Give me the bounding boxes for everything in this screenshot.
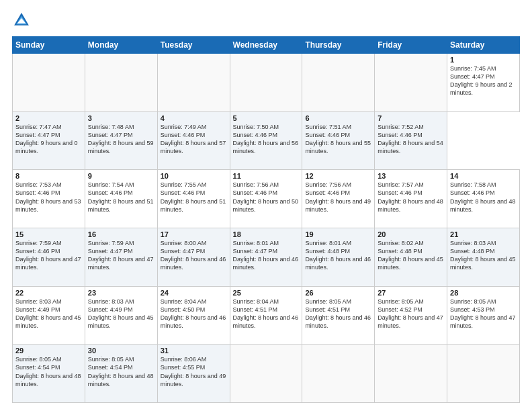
day-number: 24 (161, 289, 227, 297)
day-cell-28: 28Sunrise: 8:05 AMSunset: 4:53 PMDayligh… (447, 286, 520, 345)
logo (12, 11, 34, 30)
day-number: 16 (88, 230, 154, 238)
day-info: Sunrise: 7:52 AMSunset: 4:46 PMDaylight:… (378, 123, 444, 156)
day-number: 29 (15, 347, 82, 355)
day-header-wednesday: Wednesday (230, 37, 302, 54)
day-info: Sunrise: 8:03 AMSunset: 4:49 PMDaylight:… (88, 298, 154, 330)
day-number: 30 (88, 347, 154, 355)
day-info: Sunrise: 8:05 AMSunset: 4:51 PMDaylight:… (305, 298, 371, 330)
day-number: 15 (15, 230, 82, 238)
day-cell-8: 8Sunrise: 7:53 AMSunset: 4:46 PMDaylight… (13, 170, 85, 228)
day-info: Sunrise: 8:04 AMSunset: 4:50 PMDaylight:… (161, 298, 227, 330)
days-header-row: SundayMondayTuesdayWednesdayThursdayFrid… (13, 37, 520, 54)
day-info: Sunrise: 8:01 AMSunset: 4:48 PMDaylight:… (305, 239, 371, 272)
day-number: 3 (88, 114, 154, 122)
day-cell-18: 18Sunrise: 8:01 AMSunset: 4:47 PMDayligh… (230, 228, 302, 286)
day-info: Sunrise: 7:58 AMSunset: 4:46 PMDaylight:… (450, 181, 517, 214)
day-info: Sunrise: 7:59 AMSunset: 4:47 PMDaylight:… (88, 239, 154, 272)
empty-cell (13, 54, 85, 112)
day-cell-7: 7Sunrise: 7:52 AMSunset: 4:46 PMDaylight… (375, 111, 447, 170)
week-row-3: 8Sunrise: 7:53 AMSunset: 4:46 PMDaylight… (13, 170, 520, 228)
day-cell-16: 16Sunrise: 7:59 AMSunset: 4:47 PMDayligh… (85, 228, 157, 286)
day-cell-10: 10Sunrise: 7:55 AMSunset: 4:46 PMDayligh… (157, 170, 230, 228)
day-cell-11: 11Sunrise: 7:56 AMSunset: 4:46 PMDayligh… (230, 170, 302, 228)
day-info: Sunrise: 8:02 AMSunset: 4:48 PMDaylight:… (378, 239, 444, 272)
day-info: Sunrise: 7:59 AMSunset: 4:46 PMDaylight:… (15, 239, 82, 272)
day-number: 17 (161, 230, 227, 238)
day-cell-1: 1Sunrise: 7:45 AMSunset: 4:47 PMDaylight… (447, 54, 520, 112)
day-number: 8 (15, 172, 82, 180)
day-cell-6: 6Sunrise: 7:51 AMSunset: 4:46 PMDaylight… (302, 111, 375, 170)
day-info: Sunrise: 7:50 AMSunset: 4:46 PMDaylight:… (233, 123, 300, 156)
day-number: 21 (450, 230, 517, 238)
day-cell-21: 21Sunrise: 8:03 AMSunset: 4:48 PMDayligh… (447, 228, 520, 286)
day-info: Sunrise: 8:00 AMSunset: 4:47 PMDaylight:… (161, 239, 227, 272)
header (12, 11, 520, 30)
day-cell-5: 5Sunrise: 7:50 AMSunset: 4:46 PMDaylight… (230, 111, 302, 170)
day-number: 18 (233, 230, 300, 238)
day-info: Sunrise: 7:56 AMSunset: 4:46 PMDaylight:… (305, 181, 371, 214)
day-header-thursday: Thursday (302, 37, 375, 54)
empty-cell (302, 345, 375, 403)
page: SundayMondayTuesdayWednesdayThursdayFrid… (0, 0, 532, 411)
day-info: Sunrise: 8:03 AMSunset: 4:49 PMDaylight:… (15, 298, 82, 330)
day-cell-9: 9Sunrise: 7:54 AMSunset: 4:46 PMDaylight… (85, 170, 157, 228)
day-info: Sunrise: 7:53 AMSunset: 4:46 PMDaylight:… (15, 181, 82, 214)
day-header-monday: Monday (85, 37, 157, 54)
empty-cell (230, 345, 302, 403)
day-number: 13 (378, 172, 444, 180)
day-number: 12 (305, 172, 371, 180)
day-number: 14 (450, 172, 517, 180)
day-info: Sunrise: 7:55 AMSunset: 4:46 PMDaylight:… (161, 181, 227, 214)
day-cell-12: 12Sunrise: 7:56 AMSunset: 4:46 PMDayligh… (302, 170, 375, 228)
empty-cell (375, 345, 447, 403)
day-cell-4: 4Sunrise: 7:49 AMSunset: 4:46 PMDaylight… (157, 111, 230, 170)
day-number: 1 (450, 56, 517, 64)
week-row-4: 15Sunrise: 7:59 AMSunset: 4:46 PMDayligh… (13, 228, 520, 286)
day-number: 20 (378, 230, 444, 238)
day-info: Sunrise: 8:03 AMSunset: 4:48 PMDaylight:… (450, 239, 517, 272)
empty-cell (302, 54, 375, 112)
day-cell-29: 29Sunrise: 8:05 AMSunset: 4:54 PMDayligh… (13, 345, 85, 403)
day-info: Sunrise: 8:01 AMSunset: 4:47 PMDaylight:… (233, 239, 300, 272)
calendar-table: SundayMondayTuesdayWednesdayThursdayFrid… (12, 36, 520, 403)
day-info: Sunrise: 7:49 AMSunset: 4:46 PMDaylight:… (161, 123, 227, 156)
day-cell-20: 20Sunrise: 8:02 AMSunset: 4:48 PMDayligh… (375, 228, 447, 286)
day-info: Sunrise: 7:47 AMSunset: 4:47 PMDaylight:… (15, 123, 82, 156)
empty-cell (85, 54, 157, 112)
day-info: Sunrise: 8:04 AMSunset: 4:51 PMDaylight:… (233, 298, 300, 330)
week-row-5: 22Sunrise: 8:03 AMSunset: 4:49 PMDayligh… (13, 286, 520, 345)
day-cell-26: 26Sunrise: 8:05 AMSunset: 4:51 PMDayligh… (302, 286, 375, 345)
day-cell-30: 30Sunrise: 8:05 AMSunset: 4:54 PMDayligh… (85, 345, 157, 403)
day-number: 7 (378, 114, 444, 122)
day-number: 23 (88, 289, 154, 297)
day-info: Sunrise: 7:57 AMSunset: 4:46 PMDaylight:… (378, 181, 444, 214)
day-info: Sunrise: 7:54 AMSunset: 4:46 PMDaylight:… (88, 181, 154, 214)
day-info: Sunrise: 8:05 AMSunset: 4:52 PMDaylight:… (378, 298, 444, 330)
empty-cell (230, 54, 302, 112)
empty-cell (157, 54, 230, 112)
day-cell-2: 2Sunrise: 7:47 AMSunset: 4:47 PMDaylight… (13, 111, 85, 170)
logo-icon (12, 11, 31, 30)
day-header-saturday: Saturday (447, 37, 520, 54)
day-number: 25 (233, 289, 300, 297)
day-number: 9 (88, 172, 154, 180)
week-row-1: 1Sunrise: 7:45 AMSunset: 4:47 PMDaylight… (13, 54, 520, 112)
day-cell-31: 31Sunrise: 8:06 AMSunset: 4:55 PMDayligh… (157, 345, 230, 403)
day-number: 4 (161, 114, 227, 122)
day-info: Sunrise: 7:45 AMSunset: 4:47 PMDaylight:… (450, 64, 517, 97)
day-cell-22: 22Sunrise: 8:03 AMSunset: 4:49 PMDayligh… (13, 286, 85, 345)
day-info: Sunrise: 8:05 AMSunset: 4:53 PMDaylight:… (450, 298, 517, 330)
day-info: Sunrise: 8:06 AMSunset: 4:55 PMDaylight:… (161, 355, 227, 388)
day-number: 31 (161, 347, 227, 355)
day-info: Sunrise: 7:56 AMSunset: 4:46 PMDaylight:… (233, 181, 300, 214)
day-number: 5 (233, 114, 300, 122)
week-row-6: 29Sunrise: 8:05 AMSunset: 4:54 PMDayligh… (13, 345, 520, 403)
day-number: 6 (305, 114, 371, 122)
day-number: 27 (378, 289, 444, 297)
empty-cell (447, 345, 520, 403)
day-cell-27: 27Sunrise: 8:05 AMSunset: 4:52 PMDayligh… (375, 286, 447, 345)
day-cell-15: 15Sunrise: 7:59 AMSunset: 4:46 PMDayligh… (13, 228, 85, 286)
day-info: Sunrise: 8:05 AMSunset: 4:54 PMDaylight:… (88, 355, 154, 388)
day-cell-3: 3Sunrise: 7:48 AMSunset: 4:47 PMDaylight… (85, 111, 157, 170)
